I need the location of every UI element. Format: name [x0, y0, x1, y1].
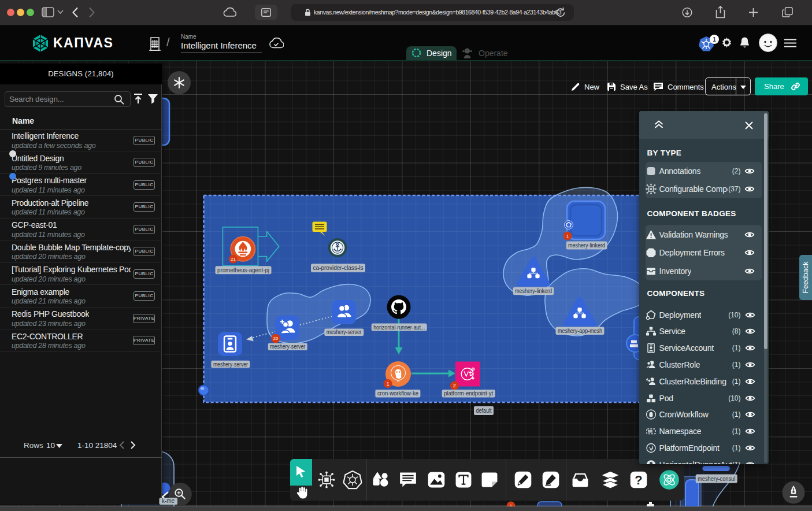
svg-text:1: 1 [713, 36, 716, 43]
svg-text:?: ? [635, 473, 642, 487]
